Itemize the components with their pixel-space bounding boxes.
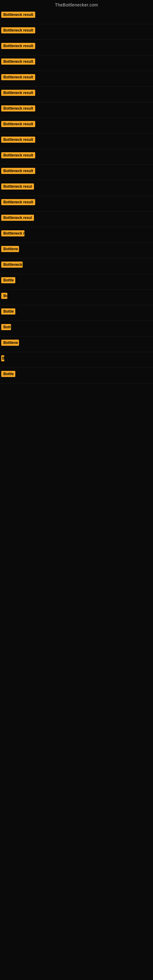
bottleneck-badge-17[interactable]: Bottleneck (1, 261, 22, 268)
bottleneck-badge-19[interactable]: Bo (1, 293, 7, 299)
bottleneck-badge-7[interactable]: Bottleneck result (1, 105, 35, 111)
result-row-1: Bottleneck result (0, 9, 153, 24)
result-row-7: Bottleneck result (0, 102, 153, 118)
site-title: TheBottlenecker.com (0, 0, 153, 9)
result-row-22: Bottlene (0, 337, 153, 352)
result-row-15: Bottleneck r (0, 227, 153, 243)
bottleneck-badge-12[interactable]: Bottleneck resul (1, 183, 34, 189)
bottleneck-badge-18[interactable]: Bottle (1, 277, 15, 283)
result-row-13: Bottleneck result (0, 196, 153, 212)
bottleneck-badge-13[interactable]: Bottleneck result (1, 199, 35, 205)
result-row-16: Bottlene (0, 243, 153, 258)
result-row-3: Bottleneck result (0, 40, 153, 56)
bottleneck-badge-8[interactable]: Bottleneck result (1, 121, 35, 127)
bottleneck-badge-4[interactable]: Bottleneck result (1, 59, 35, 65)
result-row-8: Bottleneck result (0, 118, 153, 134)
bottleneck-badge-11[interactable]: Bottleneck result (1, 168, 35, 174)
bottleneck-badge-10[interactable]: Bottleneck result (1, 152, 35, 158)
bottleneck-badge-21[interactable]: Bott (1, 324, 11, 330)
result-row-4: Bottleneck result (0, 56, 153, 71)
result-row-9: Bottleneck result (0, 134, 153, 149)
result-row-12: Bottleneck resul (0, 180, 153, 196)
bottleneck-badge-24[interactable]: Bottle (1, 371, 15, 377)
result-row-18: Bottle (0, 274, 153, 290)
result-row-5: Bottleneck result (0, 71, 153, 87)
result-row-21: Bott (0, 321, 153, 337)
result-row-14: Bottleneck resul (0, 212, 153, 227)
result-row-11: Bottleneck result (0, 165, 153, 180)
bottleneck-badge-9[interactable]: Bottleneck result (1, 137, 35, 143)
bottleneck-badge-5[interactable]: Bottleneck result (1, 74, 35, 80)
page-wrapper: TheBottlenecker.com Bottleneck result Bo… (0, 0, 153, 980)
result-row-24: Bottle (0, 368, 153, 383)
bottleneck-badge-3[interactable]: Bottleneck result (1, 43, 35, 49)
result-row-10: Bottleneck result (0, 149, 153, 165)
empty-space (0, 383, 153, 720)
bottleneck-badge-14[interactable]: Bottleneck resul (1, 215, 34, 221)
result-row-17: Bottleneck (0, 258, 153, 274)
bottleneck-badge-2[interactable]: Bottleneck result (1, 27, 35, 33)
bottleneck-badge-23[interactable]: B (1, 355, 4, 361)
bottleneck-badge-6[interactable]: Bottleneck result (1, 90, 35, 96)
bottleneck-badge-20[interactable]: Bottle (1, 309, 15, 315)
result-row-2: Bottleneck result (0, 24, 153, 40)
bottleneck-badge-16[interactable]: Bottlene (1, 246, 19, 252)
bottleneck-badge-1[interactable]: Bottleneck result (1, 12, 35, 18)
result-row-20: Bottle (0, 305, 153, 321)
result-row-23: B (0, 352, 153, 368)
result-row-6: Bottleneck result (0, 87, 153, 102)
bottleneck-badge-15[interactable]: Bottleneck r (1, 230, 24, 236)
result-row-19: Bo (0, 290, 153, 305)
bottleneck-badge-22[interactable]: Bottlene (1, 340, 19, 346)
